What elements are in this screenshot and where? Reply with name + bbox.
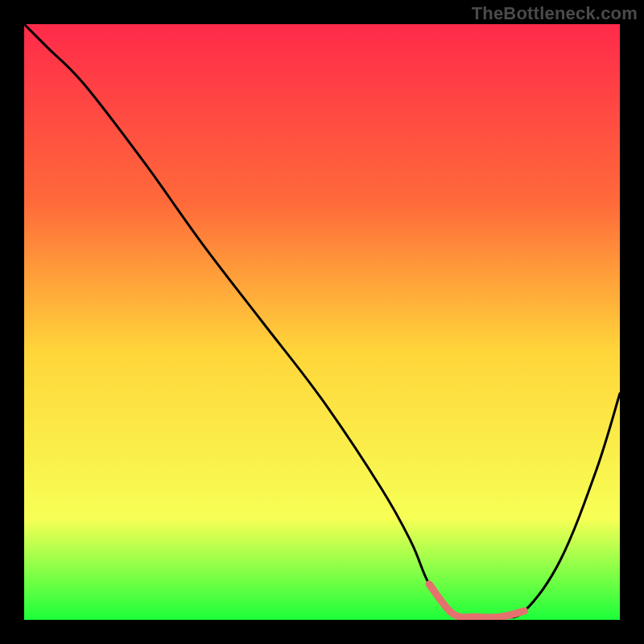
chart-frame	[24, 24, 620, 620]
chart-svg	[24, 24, 620, 620]
gradient-background	[24, 24, 620, 620]
watermark-text: TheBottleneck.com	[472, 3, 638, 24]
